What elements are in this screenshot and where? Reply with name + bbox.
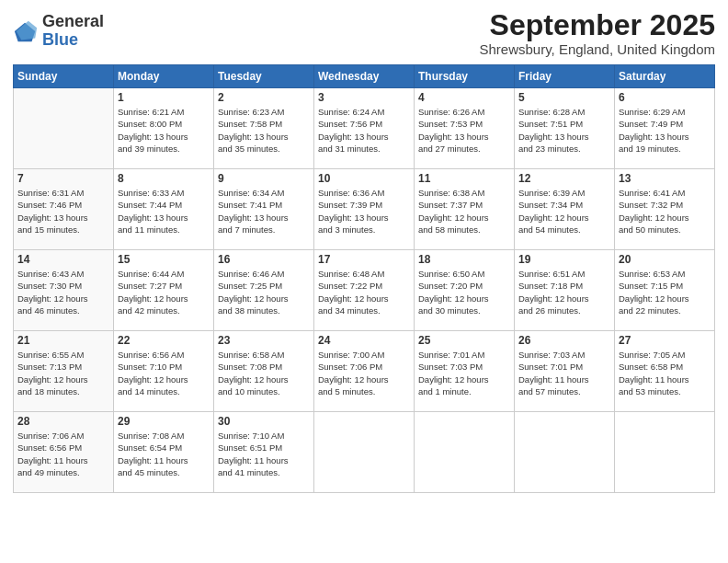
header-sunday: Sunday <box>14 65 114 88</box>
day-number: 4 <box>418 91 510 104</box>
calendar-cell: 16Sunrise: 6:46 AM Sunset: 7:25 PM Dayli… <box>214 250 314 331</box>
calendar-cell <box>415 412 515 493</box>
day-info: Sunrise: 6:29 AM Sunset: 7:49 PM Dayligh… <box>619 106 711 155</box>
day-number: 30 <box>218 415 310 428</box>
calendar-cell: 8Sunrise: 6:33 AM Sunset: 7:44 PM Daylig… <box>114 169 214 250</box>
calendar-cell: 20Sunrise: 6:53 AM Sunset: 7:15 PM Dayli… <box>615 250 715 331</box>
header-tuesday: Tuesday <box>214 65 314 88</box>
day-info: Sunrise: 6:58 AM Sunset: 7:08 PM Dayligh… <box>218 349 310 397</box>
day-number: 5 <box>518 91 610 104</box>
day-number: 22 <box>118 334 210 347</box>
day-info: Sunrise: 7:03 AM Sunset: 7:01 PM Dayligh… <box>518 349 610 397</box>
day-info: Sunrise: 7:08 AM Sunset: 6:54 PM Dayligh… <box>118 430 210 478</box>
calendar-cell: 10Sunrise: 6:36 AM Sunset: 7:39 PM Dayli… <box>314 169 415 250</box>
calendar-cell: 17Sunrise: 6:48 AM Sunset: 7:22 PM Dayli… <box>314 250 415 331</box>
day-number: 12 <box>518 172 610 185</box>
day-number: 6 <box>619 91 711 104</box>
day-number: 19 <box>518 253 610 266</box>
day-info: Sunrise: 6:33 AM Sunset: 7:44 PM Dayligh… <box>118 187 210 236</box>
day-info: Sunrise: 6:43 AM Sunset: 7:30 PM Dayligh… <box>17 268 109 316</box>
calendar-table: Sunday Monday Tuesday Wednesday Thursday… <box>13 64 715 493</box>
day-number: 2 <box>218 91 310 104</box>
calendar-cell: 9Sunrise: 6:34 AM Sunset: 7:41 PM Daylig… <box>214 169 314 250</box>
day-number: 28 <box>17 415 109 428</box>
calendar-week-1: 1Sunrise: 6:21 AM Sunset: 8:00 PM Daylig… <box>14 88 715 169</box>
day-number: 20 <box>619 253 711 266</box>
calendar-cell: 30Sunrise: 7:10 AM Sunset: 6:51 PM Dayli… <box>214 412 314 493</box>
day-info: Sunrise: 6:50 AM Sunset: 7:20 PM Dayligh… <box>418 268 510 316</box>
calendar-cell: 5Sunrise: 6:28 AM Sunset: 7:51 PM Daylig… <box>515 88 615 169</box>
day-number: 27 <box>619 334 711 347</box>
header-row: Sunday Monday Tuesday Wednesday Thursday… <box>14 65 715 88</box>
header-friday: Friday <box>515 65 615 88</box>
day-info: Sunrise: 6:36 AM Sunset: 7:39 PM Dayligh… <box>318 187 410 236</box>
calendar-cell: 23Sunrise: 6:58 AM Sunset: 7:08 PM Dayli… <box>214 331 314 412</box>
logo-blue: Blue <box>42 31 104 50</box>
calendar-cell <box>314 412 415 493</box>
calendar-cell: 4Sunrise: 6:26 AM Sunset: 7:53 PM Daylig… <box>415 88 515 169</box>
day-number: 14 <box>17 253 109 266</box>
day-info: Sunrise: 6:23 AM Sunset: 7:58 PM Dayligh… <box>218 106 310 155</box>
calendar-cell: 11Sunrise: 6:38 AM Sunset: 7:37 PM Dayli… <box>415 169 515 250</box>
day-info: Sunrise: 6:21 AM Sunset: 8:00 PM Dayligh… <box>118 106 210 155</box>
calendar-cell: 18Sunrise: 6:50 AM Sunset: 7:20 PM Dayli… <box>415 250 515 331</box>
calendar-cell: 3Sunrise: 6:24 AM Sunset: 7:56 PM Daylig… <box>314 88 415 169</box>
calendar-cell: 6Sunrise: 6:29 AM Sunset: 7:49 PM Daylig… <box>615 88 715 169</box>
calendar-cell: 24Sunrise: 7:00 AM Sunset: 7:06 PM Dayli… <box>314 331 415 412</box>
logo-text: General Blue <box>42 13 104 50</box>
calendar-cell: 1Sunrise: 6:21 AM Sunset: 8:00 PM Daylig… <box>114 88 214 169</box>
day-info: Sunrise: 6:53 AM Sunset: 7:15 PM Dayligh… <box>619 268 711 316</box>
day-info: Sunrise: 6:55 AM Sunset: 7:13 PM Dayligh… <box>17 349 109 397</box>
calendar-cell <box>615 412 715 493</box>
day-number: 10 <box>318 172 410 185</box>
day-info: Sunrise: 7:06 AM Sunset: 6:56 PM Dayligh… <box>17 430 109 478</box>
header-saturday: Saturday <box>615 65 715 88</box>
day-info: Sunrise: 6:38 AM Sunset: 7:37 PM Dayligh… <box>418 187 510 236</box>
calendar-week-4: 21Sunrise: 6:55 AM Sunset: 7:13 PM Dayli… <box>14 331 715 412</box>
header: General Blue September 2025 Shrewsbury, … <box>13 9 715 57</box>
logo-general: General <box>42 13 104 31</box>
calendar-body: 1Sunrise: 6:21 AM Sunset: 8:00 PM Daylig… <box>14 88 715 493</box>
day-number: 8 <box>118 172 210 185</box>
calendar-cell: 21Sunrise: 6:55 AM Sunset: 7:13 PM Dayli… <box>14 331 114 412</box>
day-number: 9 <box>218 172 310 185</box>
day-number: 29 <box>118 415 210 428</box>
calendar-week-2: 7Sunrise: 6:31 AM Sunset: 7:46 PM Daylig… <box>14 169 715 250</box>
calendar-week-3: 14Sunrise: 6:43 AM Sunset: 7:30 PM Dayli… <box>14 250 715 331</box>
day-info: Sunrise: 7:00 AM Sunset: 7:06 PM Dayligh… <box>318 349 410 397</box>
day-info: Sunrise: 6:24 AM Sunset: 7:56 PM Dayligh… <box>318 106 410 155</box>
day-number: 11 <box>418 172 510 185</box>
day-number: 15 <box>118 253 210 266</box>
page-container: General Blue September 2025 Shrewsbury, … <box>0 0 728 563</box>
day-info: Sunrise: 6:26 AM Sunset: 7:53 PM Dayligh… <box>418 106 510 155</box>
day-number: 18 <box>418 253 510 266</box>
header-monday: Monday <box>114 65 214 88</box>
calendar-cell: 14Sunrise: 6:43 AM Sunset: 7:30 PM Dayli… <box>14 250 114 331</box>
day-number: 16 <box>218 253 310 266</box>
day-number: 13 <box>619 172 711 185</box>
day-info: Sunrise: 7:10 AM Sunset: 6:51 PM Dayligh… <box>218 430 310 478</box>
logo: General Blue <box>13 13 104 50</box>
day-number: 7 <box>17 172 109 185</box>
day-number: 21 <box>17 334 109 347</box>
calendar-cell: 12Sunrise: 6:39 AM Sunset: 7:34 PM Dayli… <box>515 169 615 250</box>
day-info: Sunrise: 6:41 AM Sunset: 7:32 PM Dayligh… <box>619 187 711 236</box>
calendar-cell <box>515 412 615 493</box>
day-info: Sunrise: 6:31 AM Sunset: 7:46 PM Dayligh… <box>17 187 109 236</box>
day-info: Sunrise: 6:56 AM Sunset: 7:10 PM Dayligh… <box>118 349 210 397</box>
calendar-cell: 19Sunrise: 6:51 AM Sunset: 7:18 PM Dayli… <box>515 250 615 331</box>
title-block: September 2025 Shrewsbury, England, Unit… <box>479 9 715 57</box>
day-info: Sunrise: 6:28 AM Sunset: 7:51 PM Dayligh… <box>518 106 610 155</box>
day-number: 25 <box>418 334 510 347</box>
day-number: 26 <box>518 334 610 347</box>
calendar-cell: 29Sunrise: 7:08 AM Sunset: 6:54 PM Dayli… <box>114 412 214 493</box>
day-info: Sunrise: 7:05 AM Sunset: 6:58 PM Dayligh… <box>619 349 711 397</box>
logo-icon <box>13 19 39 45</box>
day-number: 3 <box>318 91 410 104</box>
header-wednesday: Wednesday <box>314 65 415 88</box>
day-info: Sunrise: 7:01 AM Sunset: 7:03 PM Dayligh… <box>418 349 510 397</box>
day-info: Sunrise: 6:48 AM Sunset: 7:22 PM Dayligh… <box>318 268 410 316</box>
calendar-cell: 27Sunrise: 7:05 AM Sunset: 6:58 PM Dayli… <box>615 331 715 412</box>
header-thursday: Thursday <box>415 65 515 88</box>
calendar-cell: 26Sunrise: 7:03 AM Sunset: 7:01 PM Dayli… <box>515 331 615 412</box>
